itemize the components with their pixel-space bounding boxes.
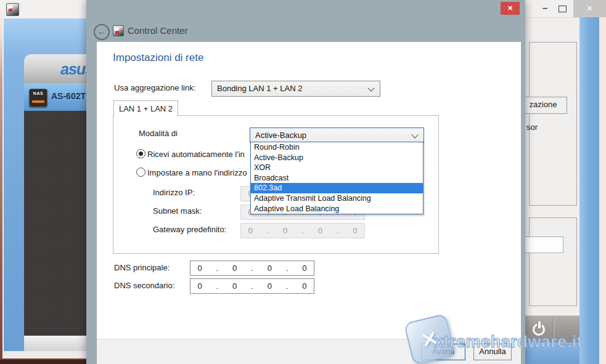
aggregation-select[interactable]: Bonding LAN 1 + LAN 2 — [211, 81, 380, 97]
dropdown-option[interactable]: Round-Robin — [251, 142, 423, 153]
mode-select[interactable]: Active-Backup — [250, 127, 424, 143]
control-center-app-icon — [6, 3, 19, 16]
dropdown-option[interactable]: Active-Backup — [251, 153, 423, 163]
dropdown-option[interactable]: Adaptive Transmit Load Balancing — [251, 193, 423, 204]
asus-logo: asus — [60, 60, 88, 78]
radio-manual-ip[interactable] — [136, 168, 145, 177]
aggregation-value: Bonding LAN 1 + LAN 2 — [217, 84, 302, 93]
maximize-icon[interactable] — [559, 6, 567, 12]
dropdown-option[interactable]: Broadcast — [251, 173, 423, 184]
chevron-down-icon — [367, 84, 374, 91]
nas-device-body — [24, 111, 88, 336]
gateway-field: 0.0.0.0 — [240, 223, 365, 238]
dropdown-option[interactable]: Adaptive Load Balancing — [251, 204, 423, 214]
dropdown-option-selected[interactable]: 802.3ad — [251, 183, 423, 193]
background-groupbox-bottom — [529, 217, 577, 306]
close-icon[interactable]: ✕ — [573, 0, 606, 17]
nas-model-label: AS-602T — [51, 91, 86, 101]
background-partial-text: sor — [526, 123, 538, 132]
right-background-window: – ✕ zazione sor — [525, 0, 606, 364]
background-partial-button[interactable]: zazione — [519, 97, 567, 114]
mode-dropdown-list: Round-Robin Active-Backup XOR Broadcast … — [250, 142, 424, 214]
dialog-footer: Avanti Annulla — [97, 339, 521, 364]
control-center-dialog: ✕ ← Control Center Impostazioni di rete … — [86, 0, 525, 364]
dialog-content: Impostazioni di rete Usa aggregazione li… — [97, 42, 521, 339]
page-title: Impostazioni di rete — [113, 52, 203, 64]
nas-device-header: asus — [24, 54, 88, 83]
mode-value: Active-Backup — [255, 131, 306, 140]
radio-auto-ip-label[interactable]: Ricevi automaticamente l'in — [147, 150, 245, 159]
cancel-button[interactable]: Annulla — [473, 344, 512, 360]
radio-manual-ip-label[interactable]: Impostare a mano l'indirizzo — [147, 168, 247, 177]
dialog-close-button[interactable]: ✕ — [501, 2, 520, 15]
nas-badge-label: NAS — [30, 91, 47, 95]
mode-label: Modalità di — [139, 129, 178, 138]
radio-auto-ip[interactable] — [136, 149, 145, 158]
dns-primary-label: DNS principale: — [114, 263, 170, 272]
nas-badge-icon: NAS — [29, 89, 47, 107]
chevron-down-icon — [411, 131, 418, 138]
right-window-blue-edge — [579, 17, 599, 364]
desktop-edge-bottom — [0, 358, 87, 364]
dns-secondary-field[interactable]: 0.0.0.0 — [190, 278, 314, 294]
tab-lan-bond[interactable]: LAN 1 + LAN 2 — [113, 100, 178, 116]
left-background-window: asus NAS AS-602T — [2, 0, 87, 364]
next-button[interactable]: Avanti — [421, 344, 465, 360]
desktop-edge-right — [599, 17, 606, 364]
nas-device-model-row: NAS AS-602T — [24, 83, 88, 111]
dns-primary-field[interactable]: 0.0.0.0 — [190, 261, 314, 276]
gateway-label: Gateway predefinito: — [153, 225, 226, 234]
background-input-field[interactable] — [519, 237, 563, 253]
ip-address-label: Indirizzo IP: — [153, 188, 195, 197]
screen: asus NAS AS-602T – ✕ zazione — [0, 0, 606, 364]
aggregation-label: Usa aggregazione link: — [114, 83, 195, 92]
toolbar-divider — [554, 318, 554, 340]
left-window-bottom-frame — [4, 351, 87, 358]
left-window-titlebar — [2, 0, 87, 18]
right-window-titlebar: – ✕ — [525, 0, 606, 18]
dns-secondary-label: DNS secondario: — [114, 281, 174, 290]
minimize-icon[interactable]: – — [543, 2, 547, 13]
power-icon[interactable] — [532, 322, 546, 336]
dropdown-option[interactable]: XOR — [251, 163, 423, 173]
back-button[interactable]: ← — [94, 24, 110, 40]
control-center-icon — [113, 25, 124, 36]
left-window-content: asus NAS AS-602T — [4, 18, 87, 351]
nas-device-image: asus NAS AS-602T — [24, 54, 88, 362]
dialog-title: Control Center — [128, 25, 188, 36]
subnet-mask-label: Subnet mask: — [153, 206, 202, 216]
nas-badge-orange-bar — [32, 100, 44, 103]
